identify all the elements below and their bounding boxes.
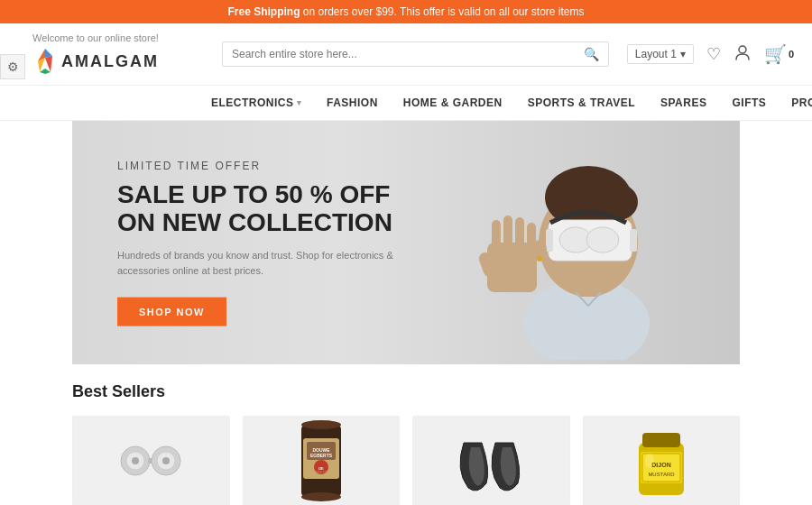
best-sellers-title: Best Sellers [72, 382, 740, 401]
nav-electronics-chevron: ▾ [297, 98, 302, 107]
nav-item-electronics[interactable]: ELECTRONICS ▾ [198, 86, 314, 120]
layout-chevron-icon: ▾ [680, 48, 686, 60]
svg-rect-19 [492, 220, 501, 249]
product-card-mustard[interactable]: DIJON MUSTARD [583, 416, 741, 505]
logo-area: AMALGAM [32, 47, 186, 76]
nav-electronics-label: ELECTRONICS [211, 96, 294, 109]
nav-sports-travel-label: SPORTS & TRAVEL [528, 96, 635, 109]
account-icon[interactable] [734, 43, 752, 66]
layout-selector[interactable]: Layout 1 ▾ [627, 44, 694, 64]
svg-rect-42 [642, 433, 680, 447]
svg-point-26 [132, 457, 139, 464]
nav-spares-label: SPARES [660, 96, 706, 109]
svg-point-17 [537, 256, 542, 262]
gear-icon: ⚙ [7, 60, 19, 74]
svg-rect-22 [527, 223, 536, 248]
nav-item-sports-travel[interactable]: SPORTS & TRAVEL [515, 86, 648, 120]
svg-text:SINCE 1753: SINCE 1753 [313, 471, 328, 474]
logo-icon [32, 47, 58, 76]
cufflinks-icon [110, 432, 191, 491]
product-card-coffee[interactable]: DOUWE EGBERTS DE SINCE 1753 [243, 416, 401, 505]
svg-text:DIJON: DIJON [651, 462, 670, 468]
svg-rect-12 [546, 229, 553, 252]
nav-fashion-label: FASHION [327, 96, 378, 109]
svg-rect-13 [630, 229, 637, 252]
svg-point-15 [586, 227, 619, 252]
nav-item-spares[interactable]: SPARES [648, 86, 719, 120]
main-nav: ELECTRONICS ▾ FASHION HOME & GARDEN SPOR… [0, 86, 812, 121]
search-area: 🔍 [222, 41, 609, 67]
svg-rect-21 [515, 217, 524, 247]
svg-point-40 [301, 492, 341, 501]
settings-button[interactable]: ⚙ [0, 54, 25, 79]
product-card-cufflinks[interactable] [72, 416, 230, 505]
wishlist-icon[interactable]: ♡ [706, 44, 721, 64]
header: Welcome to our online store! AMALGAM 🔍 [0, 23, 812, 86]
top-banner: Free Shipping on orders over $99. This o… [0, 0, 812, 23]
shop-now-button[interactable]: SHOP NOW [117, 297, 226, 326]
hero-image [424, 121, 713, 364]
products-row: DOUWE EGBERTS DE SINCE 1753 [72, 416, 740, 505]
nav-gifts-label: GIFTS [732, 96, 766, 109]
nav-item-home-garden[interactable]: HOME & GARDEN [391, 86, 515, 120]
svg-point-39 [301, 420, 341, 429]
svg-text:EGBERTS: EGBERTS [310, 453, 333, 458]
banner-normal-text: on orders over $99. This offer is valid … [303, 5, 585, 18]
cart-count: 0 [789, 49, 794, 60]
hero-subtitle: LIMITED TIME OFFER [117, 160, 406, 172]
svg-marker-4 [40, 69, 51, 74]
hero-content: LIMITED TIME OFFER SALE UP TO 50 % OFFON… [117, 160, 406, 326]
logo-text: AMALGAM [61, 52, 159, 71]
svg-point-5 [739, 46, 746, 53]
svg-rect-20 [503, 216, 512, 247]
nav-item-fashion[interactable]: FASHION [314, 86, 391, 120]
svg-point-30 [162, 457, 170, 464]
flippers-icon [446, 425, 536, 497]
svg-text:MUSTARD: MUSTARD [648, 472, 675, 477]
hero-title: SALE UP TO 50 % OFFON NEW COLLECTION [117, 181, 406, 237]
header-right: Layout 1 ▾ ♡ 🛒 0 [627, 43, 794, 66]
best-sellers-section: Best Sellers [0, 364, 812, 505]
cart-icon: 🛒 [764, 43, 787, 65]
banner-bold-text: Free Shipping [227, 5, 300, 18]
search-icon[interactable]: 🔍 [584, 47, 599, 61]
nav-item-gifts[interactable]: GIFTS [719, 86, 779, 120]
layout-label: Layout 1 [635, 48, 677, 60]
nav-item-product-types[interactable]: PRODUCT TYPES ▾ [779, 86, 812, 120]
svg-point-47 [645, 454, 654, 468]
hero-section: LIMITED TIME OFFER SALE UP TO 50 % OFFON… [72, 121, 740, 364]
mustard-jar-icon: DIJON MUSTARD [630, 420, 693, 501]
coffee-icon: DOUWE EGBERTS DE SINCE 1753 [294, 420, 348, 501]
search-input[interactable] [232, 48, 584, 60]
cart-area[interactable]: 🛒 0 [764, 43, 794, 65]
nav-product-types-label: PRODUCT TYPES [791, 96, 812, 109]
product-card-flippers[interactable] [412, 416, 570, 505]
welcome-text: Welcome to our online store! [32, 32, 186, 43]
nav-home-garden-label: HOME & GARDEN [403, 96, 503, 109]
hero-description: Hundreds of brands you know and trust. S… [117, 247, 406, 279]
